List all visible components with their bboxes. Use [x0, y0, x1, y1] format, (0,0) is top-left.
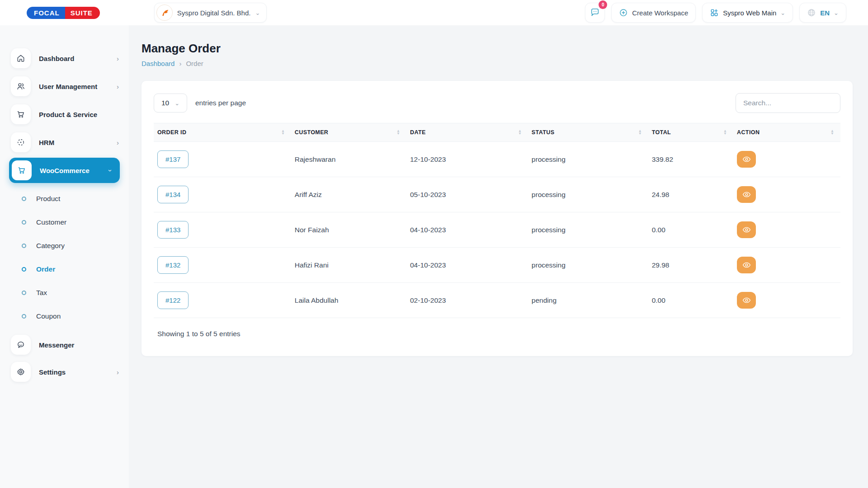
table-header-row: Order Id▲▼ Customer▲▼ Date▲▼ Status▲▼ To… — [154, 123, 840, 142]
column-header-total: Total — [652, 129, 671, 136]
sidebar-item-settings[interactable]: Settings › — [0, 358, 129, 386]
workspace-switcher-label: Syspro Web Main — [723, 9, 776, 17]
sort-icon[interactable]: ▲▼ — [830, 130, 834, 135]
total-cell: 24.98 — [648, 177, 733, 212]
submenu-item-label: Product — [36, 195, 60, 203]
order-id-link[interactable]: #137 — [157, 150, 189, 168]
date-cell: 04-10-2023 — [406, 212, 528, 248]
submenu-item-category[interactable]: Category — [0, 234, 129, 258]
submenu-item-tax[interactable]: Tax — [0, 281, 129, 305]
total-cell: 29.98 — [648, 248, 733, 283]
status-cell: processing — [528, 142, 648, 177]
focal-suite-logo[interactable]: FOCAL SUITE — [27, 7, 100, 19]
chevron-right-icon: › — [117, 55, 119, 62]
column-header-order-id: Order Id — [157, 129, 186, 136]
status-cell: processing — [528, 248, 648, 283]
company-selector[interactable]: Syspro Digital Sdn. Bhd. ⌄ — [154, 3, 267, 23]
create-workspace-button[interactable]: Create Workspace — [611, 3, 696, 23]
submenu-item-label: Customer — [36, 218, 66, 226]
view-order-button[interactable] — [737, 221, 756, 238]
order-id-link[interactable]: #122 — [157, 291, 189, 309]
orders-table: Order Id▲▼ Customer▲▼ Date▲▼ Status▲▼ To… — [154, 123, 840, 318]
chevron-down-icon: ⌄ — [175, 100, 179, 107]
status-cell: processing — [528, 212, 648, 248]
sidebar-item-product-service[interactable]: Product & Service — [0, 100, 129, 128]
entries-per-page-label: entries per page — [195, 99, 246, 107]
table-row: #132 Hafizi Rani 04-10-2023 processing 2… — [154, 248, 840, 283]
page-size-select[interactable]: 10 ⌄ — [154, 94, 187, 113]
home-icon — [11, 48, 31, 68]
order-id-link[interactable]: #133 — [157, 221, 189, 239]
date-cell: 04-10-2023 — [406, 248, 528, 283]
total-cell: 0.00 — [648, 283, 733, 318]
globe-icon — [807, 8, 816, 17]
topbar: FOCAL SUITE Syspro Digital Sdn. Bhd. ⌄ 0 — [0, 0, 868, 25]
submenu-item-coupon[interactable]: Coupon — [0, 305, 129, 328]
status-cell: pending — [528, 283, 648, 318]
create-workspace-label: Create Workspace — [632, 9, 688, 17]
order-id-link[interactable]: #132 — [157, 256, 189, 274]
language-code: EN — [820, 9, 830, 17]
cart-icon — [11, 104, 31, 124]
orders-card: 10 ⌄ entries per page Order Id▲▼ — [142, 81, 853, 356]
view-order-button[interactable] — [737, 292, 756, 309]
circle-bullet-icon — [22, 267, 26, 272]
date-cell: 05-10-2023 — [406, 177, 528, 212]
sidebar-item-label: WooCommerce — [40, 167, 90, 174]
chat-icon — [11, 335, 31, 355]
table-row: #133 Nor Faizah 04-10-2023 processing 0.… — [154, 212, 840, 248]
sidebar-item-user-management[interactable]: User Management › — [0, 72, 129, 100]
total-cell: 339.82 — [648, 142, 733, 177]
view-order-button[interactable] — [737, 151, 756, 168]
language-selector[interactable]: EN ⌄ — [799, 3, 846, 23]
sidebar-item-label: User Management — [39, 83, 97, 90]
sidebar-item-label: Messenger — [39, 341, 74, 349]
status-cell: processing — [528, 177, 648, 212]
sidebar-item-messenger[interactable]: Messenger — [0, 332, 129, 358]
circle-bullet-icon — [22, 314, 26, 319]
eye-icon — [742, 225, 751, 234]
notification-badge: 0 — [599, 0, 607, 9]
focus-icon — [11, 132, 31, 152]
sort-icon[interactable]: ▲▼ — [518, 130, 522, 135]
grid-plus-icon — [710, 8, 719, 17]
breadcrumb-current: Order — [186, 60, 203, 67]
sidebar-item-dashboard[interactable]: Dashboard › — [0, 44, 129, 72]
column-header-date: Date — [410, 129, 426, 136]
circle-bullet-icon — [22, 244, 26, 248]
submenu-item-customer[interactable]: Customer — [0, 211, 129, 234]
customer-cell: Nor Faizah — [291, 212, 406, 248]
column-header-status: Status — [532, 129, 555, 136]
submenu-item-label: Tax — [36, 289, 47, 297]
workspace-switcher[interactable]: Syspro Web Main ⌄ — [702, 3, 793, 23]
sidebar-item-hrm[interactable]: HRM › — [0, 128, 129, 156]
total-cell: 0.00 — [648, 212, 733, 248]
submenu-item-label: Order — [36, 265, 55, 273]
column-header-action: Action — [737, 129, 760, 136]
table-row: #137 Rajeshwaran 12-10-2023 processing 3… — [154, 142, 840, 177]
submenu-item-order[interactable]: Order — [0, 258, 129, 281]
view-order-button[interactable] — [737, 186, 756, 203]
sort-icon[interactable]: ▲▼ — [638, 130, 642, 135]
circle-bullet-icon — [22, 197, 26, 201]
breadcrumb-separator-icon: › — [179, 60, 181, 67]
sidebar-item-label: Dashboard — [39, 55, 74, 62]
breadcrumb-dashboard-link[interactable]: Dashboard — [142, 60, 175, 67]
view-order-button[interactable] — [737, 257, 756, 273]
order-id-link[interactable]: #134 — [157, 186, 189, 203]
sort-icon[interactable]: ▲▼ — [281, 130, 285, 135]
page-size-value: 10 — [161, 99, 169, 107]
sidebar-item-woocommerce[interactable]: WooCommerce › — [9, 158, 120, 183]
chevron-down-icon: › — [109, 167, 112, 174]
breadcrumb: Dashboard › Order — [142, 60, 853, 67]
customer-cell: Rajeshwaran — [291, 142, 406, 177]
search-input[interactable] — [736, 93, 840, 113]
sort-icon[interactable]: ▲▼ — [723, 130, 727, 135]
messages-button[interactable]: 0 — [585, 3, 605, 23]
table-row: #122 Laila Abdullah 02-10-2023 pending 0… — [154, 283, 840, 318]
sort-icon[interactable]: ▲▼ — [396, 130, 400, 135]
chevron-down-icon: ⌄ — [834, 9, 839, 16]
chevron-right-icon: › — [117, 139, 119, 146]
submenu-item-product[interactable]: Product — [0, 187, 129, 211]
circle-bullet-icon — [22, 220, 26, 225]
